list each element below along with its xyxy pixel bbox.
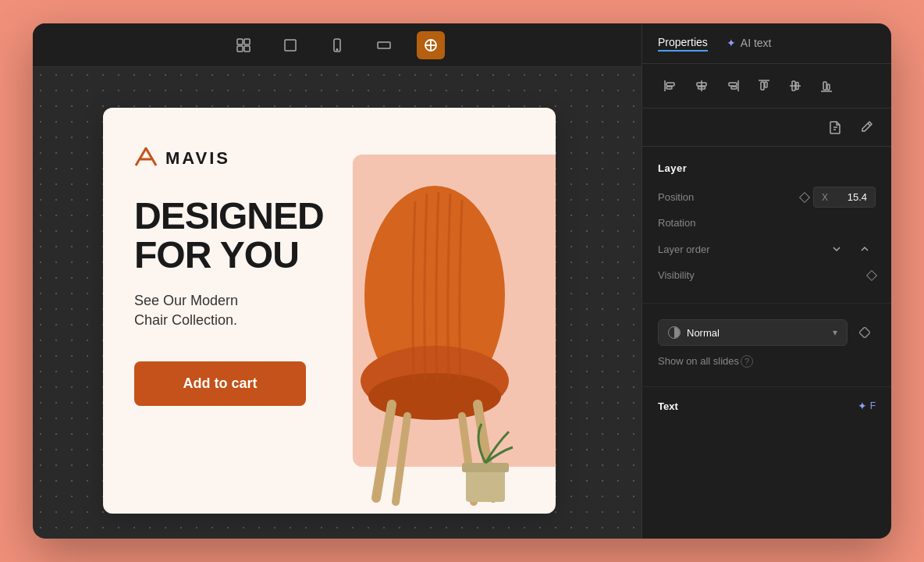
rotation-row: Rotation	[658, 217, 876, 229]
logo-icon	[134, 145, 158, 172]
align-center-v-button[interactable]	[689, 73, 714, 98]
align-right-button[interactable]	[720, 73, 745, 98]
svg-rect-4	[285, 40, 296, 51]
tab-properties[interactable]: Properties	[658, 36, 708, 52]
canvas-area: MAVIS DESIGNED FOR YOU See Our ModernCha…	[33, 23, 641, 539]
text-section: Text ✦ F	[642, 387, 891, 425]
chair-svg	[345, 155, 532, 514]
blend-mode-label: Normal	[687, 327, 826, 339]
svg-line-16	[396, 416, 407, 502]
visibility-diamond	[866, 269, 877, 280]
crop-icon[interactable]	[417, 31, 445, 59]
position-diamond	[799, 191, 810, 202]
blend-diamond-button[interactable]	[854, 322, 876, 343]
logo-text: MAVIS	[165, 148, 230, 169]
svg-rect-2	[237, 46, 243, 52]
show-on-all-slides-label: Show on all slides?	[658, 355, 876, 368]
svg-rect-7	[378, 42, 390, 48]
align-tools	[642, 64, 891, 108]
svg-rect-19	[462, 463, 509, 472]
app-container: MAVIS DESIGNED FOR YOU See Our ModernCha…	[33, 23, 891, 539]
properties-panel: Properties ✦ AI text	[641, 23, 891, 539]
position-row: Position X 15.4	[658, 187, 876, 208]
chair-area	[329, 123, 548, 514]
layer-section-title: Layer	[658, 162, 876, 174]
add-to-cart-button[interactable]: Add to cart	[134, 361, 306, 406]
rectangle-icon[interactable]	[370, 31, 398, 59]
tab-properties-label: Properties	[658, 36, 708, 48]
layer-order-row: Layer order	[658, 238, 876, 260]
layer-order-buttons	[826, 238, 876, 260]
align-bottom-button[interactable]	[814, 73, 839, 98]
page-icon-button[interactable]	[823, 115, 848, 140]
position-x-prefix: X	[822, 192, 828, 203]
ai-star-icon: ✦	[727, 37, 736, 49]
text-ai-star-icon: ✦	[858, 400, 867, 412]
visibility-row: Visibility	[658, 269, 876, 281]
visibility-label: Visibility	[658, 269, 868, 281]
rotation-label: Rotation	[658, 217, 876, 229]
svg-point-6	[336, 48, 338, 50]
show-on-all-slides-row: Show on all slides?	[658, 355, 876, 368]
tab-ai-text-label: AI text	[741, 37, 772, 49]
layer-order-label: Layer order	[658, 244, 826, 255]
layer-order-up-button[interactable]	[854, 238, 876, 260]
pen-icon-button[interactable]	[854, 115, 879, 140]
chevron-down-icon: ▾	[833, 327, 837, 338]
position-x-value: 15.4	[848, 191, 867, 203]
layer-section: Layer Position X 15.4 Rotation Layer ord…	[642, 147, 891, 304]
phone-icon[interactable]	[323, 31, 351, 59]
toolbar	[33, 23, 641, 67]
tab-ai-text[interactable]: ✦ AI text	[727, 37, 772, 51]
align-left-button[interactable]	[658, 73, 683, 98]
svg-rect-28	[731, 87, 737, 89]
svg-rect-31	[765, 82, 767, 87]
panel-toolbar	[642, 108, 891, 147]
text-section-title: Text	[658, 400, 678, 412]
square-icon[interactable]	[276, 31, 304, 59]
align-center-h-button[interactable]	[783, 73, 808, 98]
text-ai-label: F	[870, 400, 876, 411]
blend-mode-dropdown[interactable]: Normal ▾	[658, 319, 848, 346]
grid-layout-icon[interactable]	[229, 31, 258, 59]
layer-order-down-button[interactable]	[826, 238, 848, 260]
text-ai-button[interactable]: ✦ F	[858, 400, 876, 412]
canvas-dotted: MAVIS DESIGNED FOR YOU See Our ModernCha…	[33, 67, 641, 539]
blend-row: Normal ▾	[658, 319, 876, 346]
svg-rect-0	[237, 39, 243, 44]
svg-rect-37	[827, 84, 830, 90]
svg-rect-21	[666, 83, 674, 86]
svg-rect-3	[244, 46, 250, 52]
position-label: Position	[658, 191, 801, 203]
svg-rect-27	[729, 83, 737, 86]
align-top-button[interactable]	[752, 73, 777, 98]
svg-rect-22	[666, 87, 672, 89]
svg-rect-30	[761, 82, 764, 90]
blend-mode-icon	[668, 326, 681, 339]
svg-line-14	[376, 404, 392, 498]
svg-rect-38	[859, 327, 870, 338]
svg-rect-36	[823, 82, 826, 90]
blend-section: Normal ▾ Show on all slides?	[642, 304, 891, 387]
panel-tabs: Properties ✦ AI text	[642, 23, 891, 64]
ad-card: MAVIS DESIGNED FOR YOU See Our ModernCha…	[103, 108, 556, 514]
position-value[interactable]: X 15.4	[813, 187, 876, 208]
svg-rect-1	[244, 39, 250, 44]
help-icon[interactable]: ?	[741, 355, 753, 368]
